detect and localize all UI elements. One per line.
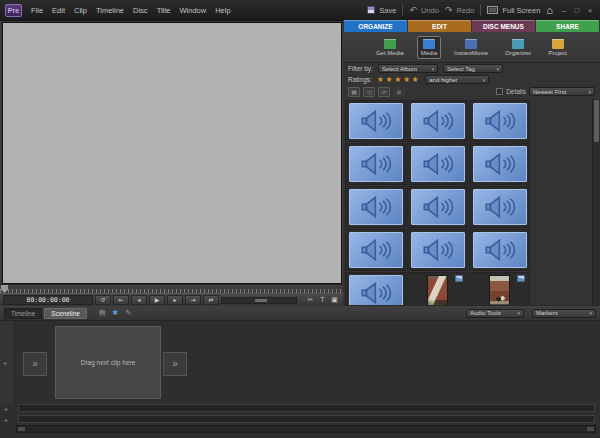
full-screen-button[interactable]: Full Screen bbox=[487, 6, 540, 15]
audio-thumbnail bbox=[411, 146, 465, 182]
step-forward-button[interactable]: ▸ bbox=[167, 295, 183, 305]
speaker-icon bbox=[356, 280, 396, 306]
monitor-preview bbox=[2, 22, 342, 284]
transport-buttons: ↺⇤◂▶▸⇥⇄ bbox=[95, 295, 219, 305]
transition-slot-right[interactable]: » bbox=[163, 352, 187, 376]
audio-thumbnail bbox=[349, 146, 403, 182]
tab-timeline[interactable]: Timeline bbox=[4, 308, 42, 319]
timeline-header: TimelineSceneline ▤✱✎ Audio Tools ▾ Mark… bbox=[0, 306, 600, 321]
rating-stars[interactable]: ★★★★★ bbox=[377, 76, 420, 84]
audio-filter-icon[interactable]: ◁ bbox=[363, 87, 375, 97]
and-higher-dropdown[interactable]: and higher ▾ bbox=[425, 75, 489, 84]
menu-clip[interactable]: Clip bbox=[74, 6, 87, 15]
monitor-ruler[interactable] bbox=[0, 284, 343, 293]
sceneline-left-rail: ◂ bbox=[0, 321, 15, 405]
menu-edit[interactable]: Edit bbox=[52, 6, 65, 15]
media-cell-audio-clip[interactable] bbox=[345, 143, 406, 185]
select-album-dropdown[interactable]: Select Album ▾ bbox=[378, 64, 438, 73]
shuttle-mode-button[interactable]: ⇄ bbox=[203, 295, 219, 305]
timecode-display[interactable]: 00:00:00:00 bbox=[3, 295, 93, 305]
properties-grid-icon[interactable]: ▤ bbox=[99, 309, 106, 317]
speaker-icon bbox=[356, 108, 396, 134]
menu-help[interactable]: Help bbox=[215, 6, 230, 15]
timeline-tool-icons: ▤✱✎ bbox=[99, 309, 131, 317]
sort-dropdown[interactable]: Newest First ▾ bbox=[529, 87, 595, 96]
sceneline-horizontal-scrollbar[interactable] bbox=[16, 425, 596, 433]
audio-thumbnail bbox=[411, 232, 465, 268]
menu-file[interactable]: File bbox=[31, 6, 43, 15]
clip-drop-target[interactable]: Drag next clip here bbox=[55, 326, 161, 399]
folder-view-icon[interactable]: ▱ bbox=[378, 87, 390, 97]
tab-disc-menus[interactable]: DISC MENUS bbox=[472, 20, 535, 32]
markers-dropdown[interactable]: Markers ▾ bbox=[532, 309, 596, 318]
narration-track-icon[interactable]: ◂ bbox=[4, 405, 14, 412]
media-cell-audio-clip[interactable] bbox=[407, 143, 468, 185]
save-button[interactable]: Save bbox=[367, 6, 396, 15]
transition-slot-left[interactable]: » bbox=[23, 352, 47, 376]
task-panel: ORGANIZEEDITDISC MENUSSHARE Get MediaMed… bbox=[343, 20, 600, 306]
media-cell-audio-clip[interactable] bbox=[345, 186, 406, 228]
redo-button[interactable]: ↷ Redo bbox=[445, 5, 474, 15]
speaker-icon bbox=[418, 151, 458, 177]
task-button-get-media[interactable]: Get Media bbox=[372, 36, 408, 59]
media-cell-audio-clip[interactable] bbox=[469, 100, 530, 142]
media-cell-audio-clip[interactable] bbox=[407, 186, 468, 228]
workspace-tabs: ORGANIZEEDITDISC MENUSSHARE bbox=[343, 20, 600, 32]
narration-track-lane[interactable] bbox=[18, 404, 595, 412]
redo-icon: ↷ bbox=[445, 5, 453, 15]
scrollbar-handle-left[interactable] bbox=[18, 427, 25, 431]
marker-pen-icon[interactable]: ✎ bbox=[125, 309, 131, 317]
soundtrack-lane[interactable] bbox=[18, 415, 595, 423]
media-cell-audio-clip[interactable] bbox=[407, 229, 468, 271]
media-grid-vertical-scrollbar[interactable] bbox=[592, 99, 600, 311]
audio-tools-dropdown[interactable]: Audio Tools ▾ bbox=[466, 309, 524, 318]
task-button-label: Get Media bbox=[376, 50, 404, 56]
shuttle-handle[interactable] bbox=[255, 299, 267, 302]
menu-window[interactable]: Window bbox=[180, 6, 207, 15]
photo-badge-icon bbox=[517, 275, 525, 282]
audio-thumbnail bbox=[349, 232, 403, 268]
soundtrack-icon[interactable]: ◂ bbox=[4, 416, 14, 423]
go-to-start-button[interactable]: ⇤ bbox=[113, 295, 129, 305]
media-cell-audio-clip[interactable] bbox=[469, 143, 530, 185]
media-cell-audio-clip[interactable] bbox=[469, 186, 530, 228]
camcorder-icon bbox=[384, 39, 396, 49]
smart-mix-icon[interactable]: ✱ bbox=[113, 309, 119, 317]
tab-sceneline[interactable]: Sceneline bbox=[44, 308, 87, 319]
menu-disc[interactable]: Disc bbox=[133, 6, 148, 15]
menu-title[interactable]: Title bbox=[157, 6, 171, 15]
task-button-project[interactable]: Project bbox=[544, 36, 571, 59]
play-button[interactable]: ▶ bbox=[149, 295, 165, 305]
tab-edit[interactable]: EDIT bbox=[408, 20, 471, 32]
close-button[interactable]: × bbox=[585, 6, 595, 15]
split-clip-button[interactable]: ✂ bbox=[305, 295, 316, 305]
go-to-end-button[interactable]: ⇥ bbox=[185, 295, 201, 305]
undo-button[interactable]: ↶ Undo bbox=[409, 5, 438, 15]
filter-by-label: Filter by: bbox=[348, 65, 373, 72]
task-button-media[interactable]: Media bbox=[417, 36, 441, 59]
media-cell-audio-clip[interactable] bbox=[469, 229, 530, 271]
scrollbar-thumb[interactable] bbox=[594, 100, 599, 142]
add-text-button[interactable]: T bbox=[317, 295, 328, 305]
grid-view-icon[interactable]: ▤ bbox=[348, 87, 360, 97]
minimize-button[interactable]: – bbox=[559, 6, 569, 15]
monitor-icon bbox=[487, 6, 498, 14]
media-cell-audio-clip[interactable] bbox=[345, 229, 406, 271]
tab-organize[interactable]: ORGANIZE bbox=[344, 20, 407, 32]
menu-timeline[interactable]: Timeline bbox=[96, 6, 124, 15]
media-cell-audio-clip[interactable] bbox=[345, 100, 406, 142]
select-tag-dropdown[interactable]: Select Tag ▾ bbox=[443, 64, 503, 73]
task-button-instantmovie[interactable]: InstantMovie bbox=[450, 36, 492, 59]
tab-share[interactable]: SHARE bbox=[536, 20, 599, 32]
freeze-frame-button[interactable]: ▣ bbox=[329, 295, 340, 305]
previous-scene-button[interactable]: ↺ bbox=[95, 295, 111, 305]
task-button-organizer[interactable]: Organizer bbox=[501, 36, 535, 59]
maximize-button[interactable]: □ bbox=[572, 6, 582, 15]
step-back-button[interactable]: ◂ bbox=[131, 295, 147, 305]
separator bbox=[402, 4, 403, 16]
media-cell-audio-clip[interactable] bbox=[407, 100, 468, 142]
scrollbar-handle-right[interactable] bbox=[587, 427, 594, 431]
details-checkbox[interactable] bbox=[496, 88, 503, 95]
shuttle-slider[interactable] bbox=[221, 297, 297, 304]
home-icon[interactable]: ⌂ bbox=[546, 4, 553, 16]
